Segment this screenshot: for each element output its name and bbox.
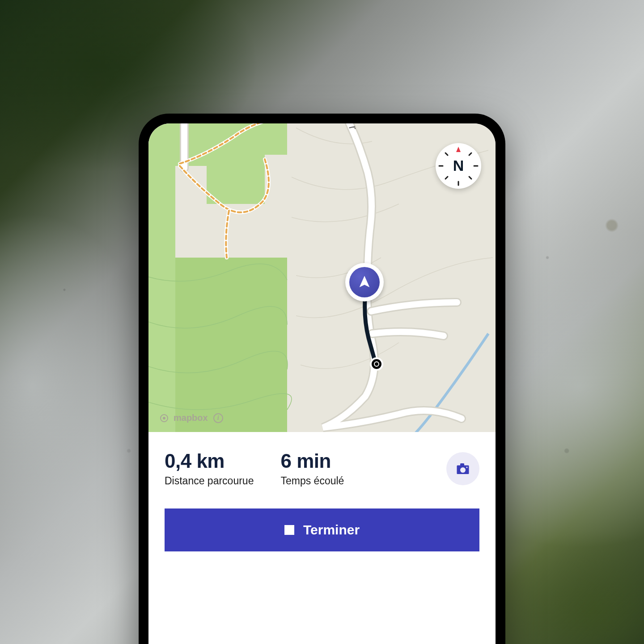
finish-button[interactable]: Terminer [165,508,479,551]
svg-line-6 [469,177,471,179]
background-photo: r [0,0,644,644]
phone-frame: r [139,114,505,644]
map-view[interactable]: r [148,123,496,432]
camera-button[interactable] [446,452,479,485]
camera-icon [455,461,471,477]
navigation-arrow-icon [357,275,372,290]
distance-value: 0,4 km [165,450,254,472]
current-location-marker[interactable] [345,263,384,301]
time-label: Temps écoulé [280,475,344,487]
info-icon[interactable]: i [213,413,223,423]
svg-marker-7 [456,147,461,152]
attribution-text: mapbox [174,413,208,423]
map-attribution: mapbox i [160,413,223,423]
svg-line-3 [445,153,448,155]
finish-label: Terminer [303,522,360,538]
stat-time: 6 min Temps écoulé [280,450,344,487]
stats-panel: 0,4 km Distance parcourue 6 min Temps éc… [148,432,496,500]
compass-button[interactable]: N [436,143,481,189]
phone-screen: r [148,123,496,644]
svg-point-10 [460,467,466,473]
svg-line-4 [469,153,471,155]
svg-line-5 [445,177,448,179]
track-start-marker [372,359,381,369]
stop-icon [284,525,294,535]
location-icon [349,267,380,297]
distance-label: Distance parcourue [165,475,254,487]
mapbox-logo-icon [160,414,168,422]
compass-icon: N [436,143,481,189]
stat-distance: 0,4 km Distance parcourue [165,450,254,487]
svg-rect-9 [460,463,464,466]
compass-letter: N [453,157,464,174]
time-value: 6 min [280,450,344,472]
svg-point-11 [466,466,468,468]
